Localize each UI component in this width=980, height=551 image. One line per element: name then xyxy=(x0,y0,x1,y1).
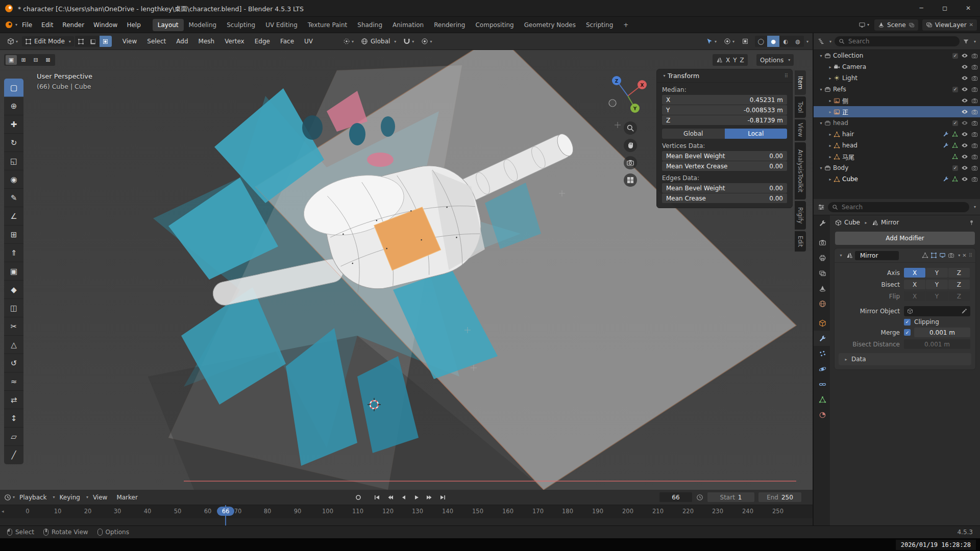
current-frame-field[interactable]: 66 xyxy=(659,492,692,502)
options-dropdown[interactable]: Options ▾ xyxy=(756,54,794,66)
eye-icon[interactable] xyxy=(961,97,968,104)
timeline-editor-icon[interactable] xyxy=(4,494,11,501)
select-mode-intersect[interactable]: ⊠ xyxy=(42,55,54,65)
tool-select-box[interactable]: ▢ xyxy=(4,79,23,97)
timeline-ruler[interactable]: 0 10 20 30 40 50 60 70 80 90 100 110 120… xyxy=(0,505,813,518)
tab-rigify[interactable]: Rigify xyxy=(795,201,806,230)
workspace-tab-shading[interactable]: Shading xyxy=(352,19,387,31)
menu-help[interactable]: Help xyxy=(122,19,145,31)
properties-editor-icon[interactable] xyxy=(818,204,825,211)
jump-to-end-button[interactable] xyxy=(437,492,449,503)
median-x-field[interactable]: X 0.45231 m xyxy=(662,95,787,105)
ortho-grid-icon[interactable] xyxy=(624,173,637,187)
workspace-tab-animation[interactable]: Animation xyxy=(387,19,429,31)
camera-visibility-icon[interactable] xyxy=(971,165,978,171)
menu-view[interactable]: View xyxy=(88,492,112,503)
scroll-left-icon[interactable]: ◂ xyxy=(2,509,4,514)
disclosure-icon[interactable]: ▾ xyxy=(838,253,844,258)
data-subpanel[interactable]: ▸ Data xyxy=(839,353,971,365)
eye-icon[interactable] xyxy=(961,164,968,171)
tool-rip-region[interactable]: ╱ xyxy=(4,446,23,464)
tab-output[interactable] xyxy=(814,250,831,265)
axis-x-button[interactable]: X xyxy=(904,268,925,278)
eye-icon[interactable] xyxy=(961,74,968,82)
menu-keying[interactable]: Keying xyxy=(55,492,85,503)
tool-knife[interactable]: ✂ xyxy=(4,317,23,336)
drag-handle-icon[interactable]: ⠿ xyxy=(785,73,788,79)
outliner-row-cube[interactable]: ▸ Cube xyxy=(814,173,980,185)
menu-file[interactable]: File xyxy=(17,19,37,31)
zoom-icon[interactable] xyxy=(624,121,637,135)
disclosure-icon[interactable]: ▸ xyxy=(827,98,834,103)
outliner-row-side-ref[interactable]: ▸ 侧 xyxy=(814,95,980,106)
axis-z-button[interactable]: Z xyxy=(948,268,970,278)
flip-y-button[interactable]: Y xyxy=(926,291,947,301)
mirror-x-toggle[interactable]: X xyxy=(726,57,730,64)
breadcrumb-object[interactable]: Cube xyxy=(844,219,860,226)
tool-edge-slide[interactable]: ⇄ xyxy=(4,391,23,409)
camera-view-icon[interactable] xyxy=(624,156,637,169)
mirror-z-toggle[interactable]: Z xyxy=(740,57,744,64)
outliner-row-camera[interactable]: ▸ Camera xyxy=(814,61,980,72)
exclude-checkbox[interactable]: ✓ xyxy=(952,165,958,171)
exclude-checkbox[interactable]: ✓ xyxy=(952,53,958,59)
camera-visibility-icon[interactable] xyxy=(971,86,978,93)
xray-toggle[interactable] xyxy=(739,36,752,46)
transform-orientation-dropdown[interactable]: Global ▾ xyxy=(358,36,399,46)
tool-bevel[interactable]: ◆ xyxy=(4,281,23,299)
mode-dropdown[interactable]: Edit Mode ▾ xyxy=(22,36,74,46)
menu-playback[interactable]: Playback xyxy=(15,492,52,503)
eye-icon[interactable] xyxy=(961,119,968,127)
disclosure-icon[interactable]: ▾ xyxy=(818,121,824,126)
tab-modifiers[interactable] xyxy=(814,331,831,346)
tool-shear[interactable]: ▱ xyxy=(4,428,23,446)
tool-cursor[interactable]: ⊕ xyxy=(4,97,23,115)
mean-crease-field[interactable]: Mean Crease 0.00 xyxy=(662,193,787,203)
outliner-row-light[interactable]: ▸ Light xyxy=(814,72,980,84)
remove-viewlayer-icon[interactable]: ✕ xyxy=(969,22,973,28)
camera-visibility-icon[interactable] xyxy=(971,120,978,127)
menu-marker[interactable]: Marker xyxy=(112,492,142,503)
preview-range-icon[interactable] xyxy=(696,494,703,501)
disclosure-icon[interactable]: ▾ xyxy=(818,166,824,170)
display-realtime-toggle[interactable] xyxy=(939,252,946,259)
camera-visibility-icon[interactable] xyxy=(971,154,978,160)
add-modifier-button[interactable]: Add Modifier xyxy=(835,232,975,245)
edge-select-icon[interactable] xyxy=(87,36,100,47)
select-mode-new[interactable]: ▣ xyxy=(6,55,17,65)
tab-tool[interactable]: Tool xyxy=(795,96,806,118)
properties-search[interactable] xyxy=(828,202,969,212)
face-select-icon[interactable] xyxy=(100,36,112,47)
merge-checkbox[interactable]: ✓ xyxy=(904,329,911,336)
end-frame-field[interactable]: End 250 xyxy=(758,492,801,502)
workspace-tab-compositing[interactable]: Compositing xyxy=(470,19,519,31)
vertex-select-icon[interactable] xyxy=(75,36,87,47)
outliner-search[interactable] xyxy=(835,36,960,46)
menu-select[interactable]: Select xyxy=(142,36,170,47)
play-reverse-button[interactable] xyxy=(397,492,409,503)
tab-material[interactable] xyxy=(814,407,831,422)
tool-rotate[interactable]: ↻ xyxy=(4,134,23,152)
tab-world[interactable] xyxy=(814,296,831,311)
playhead-badge[interactable]: 66 xyxy=(217,507,234,516)
local-button[interactable]: Local xyxy=(725,129,788,139)
eye-icon[interactable] xyxy=(961,142,968,149)
median-z-field[interactable]: Z -0.81739 m xyxy=(662,115,787,125)
show-gizmo-toggle[interactable]: ▾ xyxy=(703,36,720,46)
tab-scene[interactable] xyxy=(814,281,831,296)
overlays-dropdown[interactable]: ▾ xyxy=(721,36,738,46)
workspace-tab-layout[interactable]: Layout xyxy=(153,19,184,31)
menu-vertex[interactable]: Vertex xyxy=(220,36,249,47)
camera-visibility-icon[interactable] xyxy=(971,131,978,138)
mean-bevel-weight-vertex-field[interactable]: Mean Bevel Weight 0.00 xyxy=(662,151,787,161)
outliner-row-collection[interactable]: ▾ Collection ✓ xyxy=(814,50,980,61)
camera-visibility-icon[interactable] xyxy=(971,97,978,104)
menu-uv[interactable]: UV xyxy=(300,36,317,47)
display-render-toggle[interactable] xyxy=(948,252,954,259)
workspace-tab-uv-editing[interactable]: UV Editing xyxy=(260,19,303,31)
eye-icon[interactable] xyxy=(961,52,968,59)
tab-object[interactable] xyxy=(814,315,831,331)
select-mode-subtract[interactable]: ⊟ xyxy=(30,55,41,65)
global-button[interactable]: Global xyxy=(662,129,725,139)
tool-move[interactable]: ✚ xyxy=(4,115,23,134)
